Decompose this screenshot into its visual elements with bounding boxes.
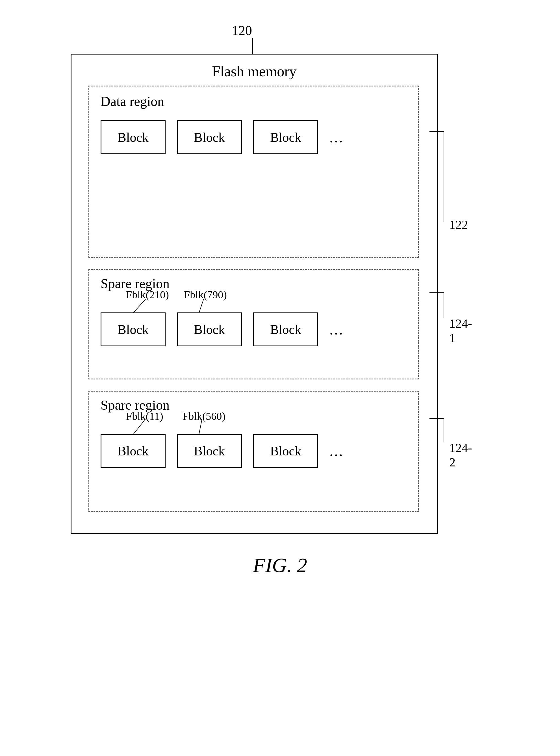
fblk-2-2-text: Fblk(560) bbox=[182, 411, 225, 422]
data-region-title: Data region bbox=[101, 94, 164, 109]
flash-memory-box: Flash memory Data region Block Block Blo… bbox=[71, 54, 438, 534]
spare1-ellipsis: ... bbox=[329, 321, 344, 338]
line-122-h bbox=[429, 131, 444, 132]
fblk-2-1-text: Fblk(11) bbox=[126, 411, 163, 422]
data-region-box: Data region Block Block Block ... bbox=[88, 86, 419, 258]
spare-region-2-box: Spare region Fblk(11) Fblk(560) Block Bl… bbox=[88, 391, 419, 512]
line-124-1-h bbox=[429, 292, 444, 293]
fblk-1-1-line bbox=[133, 299, 146, 313]
fblk-1-2-text: Fblk(790) bbox=[184, 290, 227, 301]
spare-region-1-blocks-row: Block Block Block ... bbox=[101, 312, 344, 346]
spare1-block-3: Block bbox=[253, 312, 318, 346]
line-124-2 bbox=[444, 418, 444, 442]
data-ellipsis: ... bbox=[329, 129, 344, 146]
spare2-ellipsis: ... bbox=[329, 443, 344, 459]
fig-caption: FIG. 2 bbox=[0, 554, 560, 577]
label-124-1: 124-1 bbox=[449, 316, 472, 345]
spare-region-2-blocks-row: Block Block Block ... bbox=[101, 434, 344, 468]
line-124-1 bbox=[444, 292, 444, 318]
flash-memory-title: Flash memory bbox=[72, 63, 437, 80]
fblk-1-2-line bbox=[199, 299, 204, 313]
arrow-120 bbox=[252, 38, 253, 54]
spare1-connectors: Fblk(210) Fblk(790) bbox=[101, 290, 298, 315]
spare2-connectors: Fblk(11) Fblk(560) bbox=[101, 411, 298, 437]
line-122 bbox=[444, 131, 444, 222]
spare2-block-1: Block bbox=[101, 434, 165, 468]
label-120: 120 bbox=[232, 23, 252, 38]
fblk-2-1-line bbox=[133, 421, 144, 434]
label-122: 122 bbox=[449, 218, 468, 232]
spare2-block-3: Block bbox=[253, 434, 318, 468]
data-region-blocks-row: Block Block Block ... bbox=[101, 120, 344, 154]
label-124-2: 124-2 bbox=[449, 441, 472, 470]
data-block-1: Block bbox=[101, 120, 165, 154]
fblk-2-2-line bbox=[199, 421, 202, 434]
line-124-2-h bbox=[429, 418, 444, 419]
spare-region-2-title: Spare region bbox=[101, 397, 169, 413]
spare-region-1-title: Spare region bbox=[101, 276, 169, 291]
spare1-block-1: Block bbox=[101, 312, 165, 346]
spare1-block-2: Block bbox=[177, 312, 242, 346]
data-block-2: Block bbox=[177, 120, 242, 154]
spare2-block-2: Block bbox=[177, 434, 242, 468]
spare-region-1-box: Spare region Fblk(210) Fblk(790) Block B… bbox=[88, 269, 419, 380]
fblk-1-1-text: Fblk(210) bbox=[126, 290, 169, 301]
data-block-3: Block bbox=[253, 120, 318, 154]
